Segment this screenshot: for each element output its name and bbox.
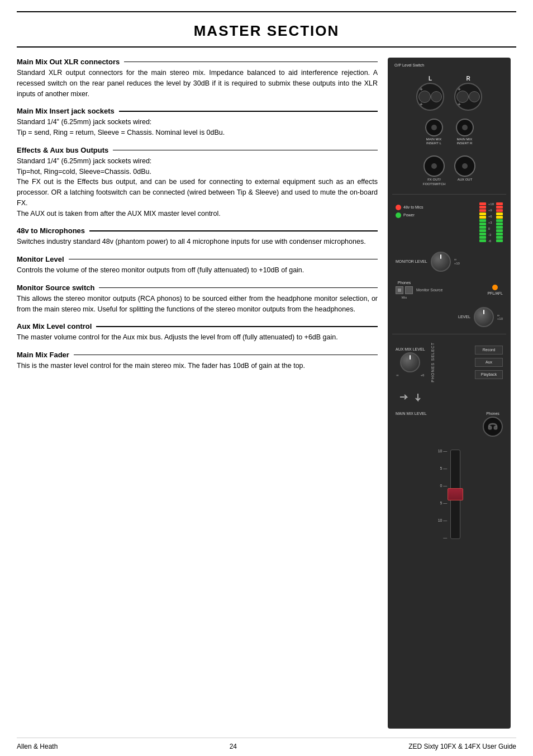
monitor-scale-inf: ∞	[454, 258, 460, 261]
fader-inf-label: —	[438, 536, 448, 540]
led-bar-9	[479, 206, 486, 209]
fader-5-label: 5 —	[438, 466, 448, 470]
led-bar-3	[479, 212, 486, 215]
section-aux-mix: Aux Mix Level control The master volume …	[17, 322, 378, 343]
aux-out-circle	[454, 155, 475, 177]
led-bar-r-m30	[496, 239, 503, 242]
source-switch-2[interactable]	[405, 286, 413, 294]
monitor-level-label: MONITOR LEVEL	[396, 259, 427, 264]
source-switch-1[interactable]	[396, 286, 403, 294]
xlr-plus-bl: +	[420, 101, 423, 107]
aux-button[interactable]: Aux	[475, 358, 503, 367]
aux-mix-row: AUX MIX LEVEL ∞ +6 PHONES SELECT	[392, 340, 506, 385]
section-effects: Effects & Aux bus Outputs Standard 1/4" …	[17, 146, 378, 219]
monitor-level-knob[interactable]	[431, 252, 451, 272]
insert-jack-label-r: MAIN MIX INSERT R	[452, 138, 477, 145]
source-switches	[396, 286, 413, 294]
led-meter-left	[479, 202, 486, 242]
aux-mix-level-label: AUX MIX LEVEL	[396, 347, 425, 352]
fader-0-label: 0 —	[438, 484, 448, 488]
led-bar-r-m12	[496, 229, 503, 232]
section-body-aux-mix: The master volume control for the Aux mi…	[17, 332, 378, 343]
insert-jack-circle-r	[456, 119, 474, 136]
footer-left: Allen & Heath	[17, 743, 58, 750]
rca-section	[392, 389, 506, 405]
footer-right: ZED Sixty 10FX & 14FX User Guide	[408, 743, 516, 750]
led-bar-m6	[479, 223, 486, 225]
monitor-level-group: MONITOR LEVEL	[396, 259, 427, 264]
section-header-effects: Effects & Aux bus Outputs	[17, 146, 378, 154]
led-bar-r-3	[496, 212, 503, 215]
phones-monitor-row: Phones Mix Monitor Source	[392, 278, 506, 301]
insert-jack-label-l: MAIN MIX INSERT L	[421, 138, 446, 145]
led-bar-18	[479, 202, 486, 205]
mix-label: Mix	[402, 296, 407, 299]
aux-out-jack: AUX OUT	[454, 155, 475, 182]
aux-mix-group: AUX MIX LEVEL ∞ +6	[396, 347, 425, 377]
section-insert: Main Mix Insert jack sockets Standard 1/…	[17, 107, 378, 138]
record-button[interactable]: Record	[475, 346, 503, 355]
led-bar-m12	[479, 229, 486, 232]
pfl-afl-label: PFL/AFL	[487, 291, 503, 295]
meter-label-6: +6	[488, 215, 494, 218]
monitor-source-group: Monitor Source	[416, 288, 442, 292]
panel-column: O/P Level Switch L + + R	[388, 58, 516, 729]
xlr-right-connector: + +	[454, 83, 482, 111]
xlr-r-label: R	[466, 75, 470, 82]
playback-button[interactable]: Playback	[475, 370, 503, 379]
aux-label: Aux	[486, 360, 492, 364]
section-header-xlr: Main Mix Out XLR connectors	[17, 58, 378, 66]
level-knob-row: LEVEL ∞ +10	[392, 306, 506, 328]
led-bar-m9	[479, 226, 486, 229]
led-bar-m3	[479, 219, 486, 222]
level-knob[interactable]	[474, 307, 494, 327]
aux-mix-knob[interactable]	[400, 352, 420, 372]
xlr-left-connector: + +	[416, 83, 444, 111]
phantom-label: 48v to Mics	[403, 205, 423, 209]
meter-label-9: +9	[488, 209, 494, 212]
section-header-main-fader: Main Mix Fader	[17, 351, 378, 359]
fx-out-jack: FX OUT/ FOOTSWITCH	[423, 155, 445, 186]
page-footer: Allen & Heath 24 ZED Sixty 10FX & 14FX U…	[17, 738, 516, 750]
led-bar-r-m20	[496, 236, 503, 239]
section-body-monitor: Controls the volume of the stereo monito…	[17, 265, 378, 276]
rca-right-arrow-icon	[398, 391, 409, 403]
section-header-monitor-source: Monitor Source switch	[17, 284, 378, 292]
led-bar-r-m6	[496, 223, 503, 225]
fader-knob[interactable]	[448, 488, 463, 500]
record-row: Record	[475, 346, 503, 355]
section-main-fader: Main Mix Fader This is the master level …	[17, 351, 378, 371]
xlr-plus-bl2: +	[458, 101, 461, 107]
section-body-xlr: Standard XLR output connectors for the m…	[17, 68, 378, 99]
record-label: Record	[483, 348, 496, 352]
section-body-main-fader: This is the master level control for the…	[17, 361, 378, 371]
section-xlr: Main Mix Out XLR connectors Standard XLR…	[17, 58, 378, 99]
section-phantom: 48v to Microphones Switches industry sta…	[17, 226, 378, 247]
section-body-insert: Standard 1/4" (6.25mm) jack sockets wire…	[17, 117, 378, 138]
led-bar-m16	[479, 233, 486, 235]
pfl-led	[492, 285, 498, 290]
led-bar-r-m3	[496, 219, 503, 222]
fx-aux-row: FX OUT/ FOOTSWITCH AUX OUT	[392, 153, 506, 188]
svg-rect-0	[398, 289, 401, 292]
aux-mix-knob-marker	[410, 355, 411, 360]
fader-top-label: 10 —	[438, 449, 448, 453]
level-label: LEVEL	[458, 315, 470, 319]
led-bar-r-m9	[496, 226, 503, 229]
led-bar-r-0	[496, 216, 503, 219]
xlr-plus-tl: +	[420, 86, 423, 92]
xlr-left-group: L + +	[416, 75, 444, 111]
monitor-source-label: Monitor Source	[416, 288, 442, 292]
fader-track[interactable]	[450, 450, 460, 539]
aux-scale-inf: ∞	[396, 374, 398, 377]
meter-value-labels: +18 +9 +6 +3 0 -3 -6	[487, 202, 495, 243]
rec-aux-playback-group: Record Aux Playback	[475, 346, 503, 379]
meter-label-m3: -3	[488, 233, 494, 237]
page-title: MASTER SECTION	[17, 11, 516, 48]
phones-label: Phones	[398, 281, 411, 285]
aux-row: Aux	[475, 358, 503, 367]
monitor-scale-10: +10	[454, 262, 460, 265]
fader-scale-labels: 10 — 5 — 0 — 5 — 10 — —	[438, 447, 448, 542]
fader-row: 10 — 5 — 0 — 5 — 10 — —	[392, 443, 506, 545]
level-scale-10: +10	[497, 317, 503, 320]
